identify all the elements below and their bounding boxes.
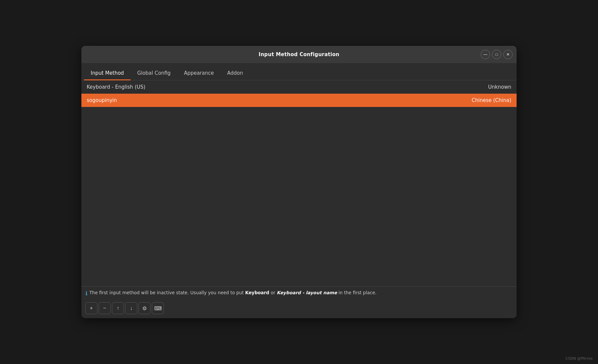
maximize-button[interactable]: □ xyxy=(492,50,501,59)
add-button[interactable]: + xyxy=(85,302,97,314)
window-controls: — □ ✕ xyxy=(481,50,513,59)
settings-button[interactable]: ⚙ xyxy=(139,302,150,314)
titlebar: Input Method Configuration — □ ✕ xyxy=(81,46,517,63)
watermark: CSDN @ffiirree xyxy=(565,356,593,361)
info-icon: ℹ xyxy=(85,290,87,298)
settings-icon: ⚙ xyxy=(142,305,147,312)
move-up-button[interactable]: ↑ xyxy=(112,302,124,314)
footer: ℹ The first input method will be inactiv… xyxy=(81,286,517,318)
tab-input-method[interactable]: Input Method xyxy=(84,67,131,80)
minimize-button[interactable]: — xyxy=(481,50,490,59)
content-area: Keyboard - English (US) Unknown sogoupin… xyxy=(81,80,517,318)
window-title: Input Method Configuration xyxy=(259,51,340,57)
keyboard-button[interactable]: ⌨ xyxy=(152,302,164,314)
toolbar: + − ↑ ↓ ⚙ ⌨ xyxy=(85,301,513,316)
input-method-list: Keyboard - English (US) Unknown sogoupin… xyxy=(81,80,517,286)
list-item[interactable]: Keyboard - English (US) Unknown xyxy=(81,80,517,94)
list-item[interactable]: sogoupinyin Chinese (China) xyxy=(81,94,517,107)
close-button[interactable]: ✕ xyxy=(503,50,513,59)
info-text: ℹ The first input method will be inactiv… xyxy=(85,289,513,298)
tab-global-config[interactable]: Global Config xyxy=(131,67,177,80)
move-down-button[interactable]: ↓ xyxy=(125,302,137,314)
keyboard-icon: ⌨ xyxy=(154,305,162,312)
tab-addon[interactable]: Addon xyxy=(221,67,250,80)
tab-bar: Input Method Global Config Appearance Ad… xyxy=(81,63,517,80)
tab-appearance[interactable]: Appearance xyxy=(177,67,221,80)
remove-button[interactable]: − xyxy=(99,302,111,314)
main-window: Input Method Configuration — □ ✕ Input M… xyxy=(81,46,517,318)
